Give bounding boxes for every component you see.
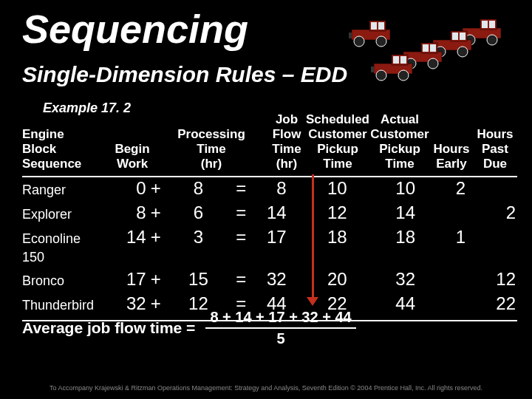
cell-flow: 8 xyxy=(250,176,286,200)
cell-past: 12 xyxy=(476,267,516,291)
table-row: Ranger 0 + 8 = 8 10 10 2 xyxy=(22,176,516,200)
footer-text: To Accompany Krajewski & Ritzman Operati… xyxy=(0,384,532,392)
plus-sym: + xyxy=(146,267,166,291)
table-row: Explorer 8 + 6 = 14 12 14 2 xyxy=(22,200,516,225)
cell-flow: 14 xyxy=(250,200,286,225)
plus-sym: + xyxy=(146,200,166,225)
cell-sched: 20 xyxy=(287,267,359,291)
svg-point-5 xyxy=(376,36,386,47)
average-fraction: 8 + 14 + 17 + 32 + 44 5 xyxy=(205,309,355,347)
hdr-proc: Processing Time (hr) xyxy=(176,127,247,171)
cell-proc: 6 xyxy=(166,200,231,225)
slide-subtitle: Single-Dimension Rules – EDD xyxy=(22,62,347,87)
cell-proc: 8 xyxy=(166,176,231,200)
hdr-flow: Job Flow Time (hr) xyxy=(267,112,306,171)
hdr-actual: Actual Customer Pickup Time xyxy=(369,112,430,171)
average-denominator: 5 xyxy=(276,329,284,347)
cell-name: Econoline 150 xyxy=(22,230,103,267)
cell-proc: 15 xyxy=(166,267,231,291)
cell-act: 18 xyxy=(359,225,426,249)
cell-begin: 17 xyxy=(103,267,146,291)
cell-act: 10 xyxy=(359,176,426,200)
cell-early: 1 xyxy=(426,225,476,249)
cell-flow: 17 xyxy=(250,225,286,249)
cell-sched: 12 xyxy=(287,200,359,225)
plus-sym: + xyxy=(146,176,166,200)
hdr-early: Hours Early xyxy=(430,142,473,171)
cell-past: 2 xyxy=(476,200,516,225)
cell-sched: 10 xyxy=(287,176,359,200)
arrow-icon xyxy=(312,174,314,299)
svg-rect-2 xyxy=(371,22,377,30)
svg-rect-6 xyxy=(349,33,352,38)
cars-decoration xyxy=(347,10,517,87)
eq-sym: = xyxy=(231,267,250,291)
cell-name: Explorer xyxy=(22,205,103,224)
plus-sym: + xyxy=(146,225,166,249)
cell-name: Ranger xyxy=(22,181,103,200)
arrow-head-icon xyxy=(307,297,318,306)
cell-early: 2 xyxy=(426,176,476,200)
hdr-name: Engine Block Sequence xyxy=(22,127,109,171)
average-label: Average job flow time = xyxy=(22,319,205,337)
eq-sym: = xyxy=(231,225,250,249)
table-row: Bronco 17 + 15 = 32 20 32 12 xyxy=(22,267,516,291)
table-body: Ranger 0 + 8 = 8 10 10 2 Explorer 8 + 6 … xyxy=(22,176,517,321)
hdr-past: Hours Past Due xyxy=(473,127,517,171)
table-row: Econoline 150 14 + 3 = 17 18 18 1 xyxy=(22,225,516,267)
cell-sched: 18 xyxy=(287,225,359,249)
hdr-begin: Begin Work xyxy=(109,142,155,171)
eq-sym: = xyxy=(231,176,250,200)
cell-begin: 8 xyxy=(103,200,146,225)
svg-point-4 xyxy=(354,36,364,47)
cell-act: 32 xyxy=(359,267,426,291)
cell-begin: 0 xyxy=(103,176,146,200)
eq-sym: = xyxy=(231,200,250,225)
cell-proc: 3 xyxy=(166,225,231,249)
cell-name: Bronco xyxy=(22,272,103,290)
cell-act: 14 xyxy=(359,200,426,225)
average-row: Average job flow time = 8 + 14 + 17 + 32… xyxy=(22,309,517,347)
cell-begin: 14 xyxy=(103,225,146,249)
slide-title: Sequencing xyxy=(22,6,248,52)
hdr-sched: Scheduled Customer Pickup Time xyxy=(306,112,369,171)
table-header: Engine Block Sequence Begin Work Process… xyxy=(22,112,517,177)
cell-flow: 32 xyxy=(250,267,286,291)
average-numerator: 8 + 14 + 17 + 32 + 44 xyxy=(205,309,355,329)
svg-rect-3 xyxy=(378,22,384,30)
